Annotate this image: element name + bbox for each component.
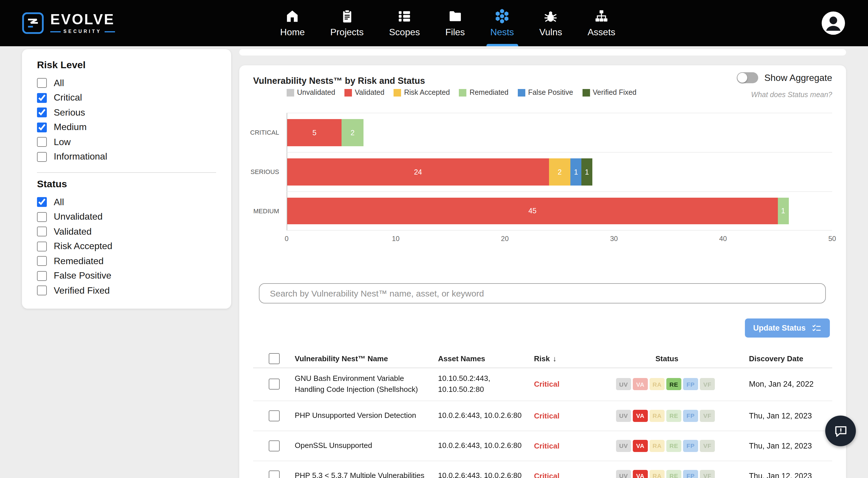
nav-item-vulns[interactable]: Vulns <box>535 0 566 46</box>
checkbox[interactable] <box>37 78 47 88</box>
status-badge-fp[interactable]: FP <box>683 378 698 390</box>
row-checkbox[interactable] <box>269 379 279 390</box>
checkbox[interactable] <box>37 212 47 222</box>
checkbox-label: All <box>54 197 64 208</box>
nav-item-label: Assets <box>587 27 615 37</box>
status-badge-vf[interactable]: VF <box>700 440 715 452</box>
status-badge-va[interactable]: VA <box>633 410 648 422</box>
status-badge-va[interactable]: VA <box>633 440 648 452</box>
column-header-name: Vulnerability Nest™ Name <box>295 354 438 363</box>
checkbox[interactable] <box>37 271 47 281</box>
checkbox[interactable] <box>37 108 47 118</box>
checkbox[interactable] <box>37 256 47 266</box>
status-badge-ra[interactable]: RA <box>650 440 664 452</box>
status-badge-fp[interactable]: FP <box>683 410 698 422</box>
nav-item-files[interactable]: Files <box>441 0 469 46</box>
status-badge-vf[interactable]: VF <box>700 410 715 422</box>
risk-option-critical[interactable]: Critical <box>37 90 216 105</box>
risk-option-informational[interactable]: Informational <box>37 149 216 164</box>
risk-option-low[interactable]: Low <box>37 135 216 149</box>
table-row[interactable]: OpenSSL Unsupported10.0.2.6:443, 10.0.2.… <box>253 431 832 461</box>
checkbox-label: Unvalidated <box>54 212 102 222</box>
nav-item-nests[interactable]: Nests <box>486 0 518 46</box>
risk-option-medium[interactable]: Medium <box>37 120 216 135</box>
select-all-checkbox[interactable] <box>269 353 279 364</box>
legend-swatch <box>287 89 294 96</box>
nav-item-assets[interactable]: Assets <box>583 0 619 46</box>
status-option-verified-fixed[interactable]: Verified Fixed <box>37 283 216 298</box>
checkbox[interactable] <box>37 198 47 207</box>
nav-item-label: Files <box>445 27 465 37</box>
status-badge-ra[interactable]: RA <box>650 410 664 422</box>
status-option-false-positive[interactable]: False Positive <box>37 268 216 283</box>
x-tick-label: 40 <box>719 235 727 243</box>
nav-item-home[interactable]: Home <box>276 0 309 46</box>
show-aggregate-toggle[interactable] <box>737 72 758 83</box>
column-header-assets: Asset Names <box>438 354 534 363</box>
status-badge-uv[interactable]: UV <box>616 410 631 422</box>
status-badge-va[interactable]: VA <box>633 378 648 390</box>
nests-table: Vulnerability Nest™ Name Asset Names Ris… <box>253 349 832 478</box>
vulnerability-name: PHP 5.3 < 5.3.7 Multiple Vulnerabilities <box>295 471 438 478</box>
column-header-risk[interactable]: Risk ↓ <box>534 354 616 363</box>
discovery-date: Thu, Jan 12, 2023 <box>749 441 832 450</box>
checkbox[interactable] <box>37 242 47 251</box>
search-input[interactable] <box>269 288 816 299</box>
status-option-validated[interactable]: Validated <box>37 224 216 239</box>
bar-segment-validated: 5 <box>287 119 342 146</box>
status-badge-ra[interactable]: RA <box>650 378 664 390</box>
checkbox[interactable] <box>37 123 47 132</box>
risk-header-label: Risk <box>534 354 550 363</box>
status-badge-ra[interactable]: RA <box>650 470 664 478</box>
bar-segment-verified-fixed: 1 <box>581 158 592 185</box>
status-badge-uv[interactable]: UV <box>616 440 631 452</box>
bar-segment-remediated: 1 <box>778 198 788 224</box>
status-badge-fp[interactable]: FP <box>683 470 698 478</box>
status-badge-uv[interactable]: UV <box>616 378 631 390</box>
checkbox[interactable] <box>37 93 47 103</box>
user-avatar[interactable] <box>820 10 846 36</box>
hive-icon <box>495 9 510 24</box>
status-help-link[interactable]: What does Status mean? <box>751 91 832 99</box>
legend-label: Verified Fixed <box>593 88 636 96</box>
bar-segment-risk-accepted: 2 <box>549 158 570 185</box>
bar-chart-plot: CRITICAL52SERIOUS24211MEDIUM451010203040… <box>239 113 832 245</box>
checkbox[interactable] <box>37 137 47 147</box>
table-row[interactable]: PHP Unsupported Version Detection10.0.2.… <box>253 401 832 431</box>
row-select-cell <box>253 440 295 451</box>
table-row[interactable]: PHP 5.3 < 5.3.7 Multiple Vulnerabilities… <box>253 461 832 478</box>
status-option-all[interactable]: All <box>37 195 216 210</box>
risk-option-serious[interactable]: Serious <box>37 105 216 120</box>
chat-fab-button[interactable] <box>825 416 856 446</box>
status-badge-va[interactable]: VA <box>633 470 648 478</box>
status-badge-vf[interactable]: VF <box>700 378 715 390</box>
checkbox[interactable] <box>37 227 47 237</box>
update-status-button[interactable]: Update Status <box>745 319 830 337</box>
status-badge-uv[interactable]: UV <box>616 470 631 478</box>
legend-item: Unvalidated <box>287 88 335 96</box>
checkbox-label: False Positive <box>54 271 111 281</box>
checkbox-label: Informational <box>54 152 107 162</box>
status-option-remediated[interactable]: Remediated <box>37 254 216 268</box>
status-badge-re[interactable]: RE <box>666 410 681 422</box>
home-icon <box>285 9 300 24</box>
nav-item-scopes[interactable]: Scopes <box>385 0 424 46</box>
row-checkbox[interactable] <box>269 470 279 478</box>
status-option-unvalidated[interactable]: Unvalidated <box>37 210 216 224</box>
row-checkbox[interactable] <box>269 440 279 451</box>
nav-item-projects[interactable]: Projects <box>326 0 368 46</box>
risk-option-all[interactable]: All <box>37 76 216 90</box>
table-row[interactable]: GNU Bash Environment Variable Handling C… <box>253 368 832 401</box>
status-badge-vf[interactable]: VF <box>700 470 715 478</box>
checkbox[interactable] <box>37 152 47 162</box>
checkbox[interactable] <box>37 286 47 296</box>
brand-logo[interactable]: EVOLVE SECURITY <box>22 0 115 46</box>
status-badge-fp[interactable]: FP <box>683 440 698 452</box>
status-badge-re[interactable]: RE <box>666 470 681 478</box>
status-option-risk-accepted[interactable]: Risk Accepted <box>37 239 216 254</box>
status-badge-re[interactable]: RE <box>666 378 681 390</box>
checkbox-label: Medium <box>54 122 87 133</box>
bar-segment-validated: 24 <box>287 158 549 185</box>
row-checkbox[interactable] <box>269 410 279 421</box>
status-badge-re[interactable]: RE <box>666 440 681 452</box>
